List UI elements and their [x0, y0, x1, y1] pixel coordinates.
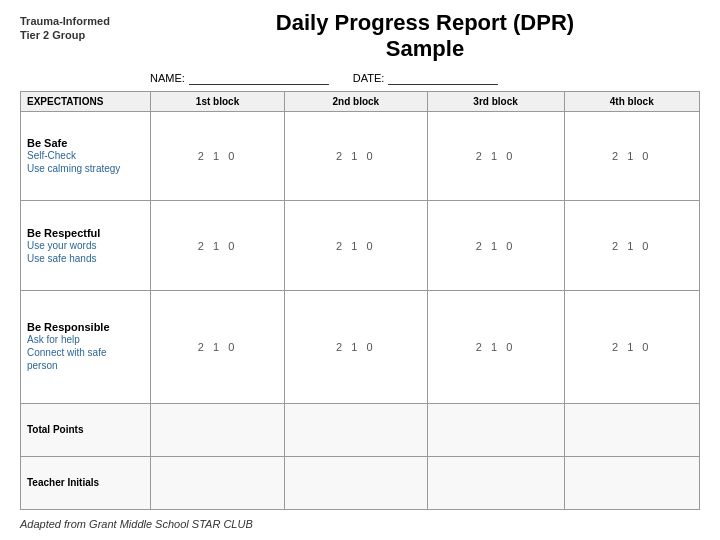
- table-row-safe: Be Safe Self-CheckUse calming strategy 2…: [21, 111, 700, 201]
- score-respectful-3: 2 1 0: [427, 201, 564, 291]
- initials-1: [151, 456, 285, 509]
- initials-2: [285, 456, 428, 509]
- name-segment: NAME:: [150, 71, 329, 85]
- initials-3: [427, 456, 564, 509]
- tier-group-label2: Tier 2 Group: [20, 29, 85, 41]
- footer-text: Adapted from Grant Middle School STAR CL…: [20, 518, 253, 530]
- date-segment: DATE:: [353, 71, 499, 85]
- header-left: Trauma-Informed Tier 2 Group: [20, 10, 150, 43]
- col-header-1st: 1st block: [151, 91, 285, 111]
- score-safe-1: 2 1 0: [151, 111, 285, 201]
- score-respectful-2: 2 1 0: [285, 201, 428, 291]
- total-4: [564, 403, 699, 456]
- col-header-3rd: 3rd block: [427, 91, 564, 111]
- score-respectful-4: 2 1 0: [564, 201, 699, 291]
- score-safe-2: 2 1 0: [285, 111, 428, 201]
- initials-4: [564, 456, 699, 509]
- name-field[interactable]: [189, 71, 329, 85]
- name-date-row: NAME: DATE:: [20, 71, 700, 85]
- table-row-initials: Teacher Initials: [21, 456, 700, 509]
- col-header-expectations: EXPECTATIONS: [21, 91, 151, 111]
- page: Trauma-Informed Tier 2 Group Daily Progr…: [0, 0, 720, 540]
- dpr-table: EXPECTATIONS 1st block 2nd block 3rd blo…: [20, 91, 700, 510]
- total-label: Total Points: [21, 403, 151, 456]
- score-responsible-1: 2 1 0: [151, 290, 285, 403]
- footer: Adapted from Grant Middle School STAR CL…: [20, 518, 700, 530]
- expectations-respectful: Be Respectful Use your wordsUse safe han…: [21, 201, 151, 291]
- total-2: [285, 403, 428, 456]
- total-3: [427, 403, 564, 456]
- table-row-responsible: Be Responsible Ask for helpConnect with …: [21, 290, 700, 403]
- col-header-2nd: 2nd block: [285, 91, 428, 111]
- score-safe-4: 2 1 0: [564, 111, 699, 201]
- score-responsible-3: 2 1 0: [427, 290, 564, 403]
- name-label: NAME:: [150, 72, 185, 84]
- score-safe-3: 2 1 0: [427, 111, 564, 201]
- score-responsible-4: 2 1 0: [564, 290, 699, 403]
- expectations-safe: Be Safe Self-CheckUse calming strategy: [21, 111, 151, 201]
- table-row-respectful: Be Respectful Use your wordsUse safe han…: [21, 201, 700, 291]
- date-field[interactable]: [388, 71, 498, 85]
- page-title: Daily Progress Report (DPR) Sample: [150, 10, 700, 63]
- score-responsible-2: 2 1 0: [285, 290, 428, 403]
- date-label: DATE:: [353, 72, 385, 84]
- expectations-responsible: Be Responsible Ask for helpConnect with …: [21, 290, 151, 403]
- initials-label: Teacher Initials: [21, 456, 151, 509]
- score-respectful-1: 2 1 0: [151, 201, 285, 291]
- total-1: [151, 403, 285, 456]
- table-row-total: Total Points: [21, 403, 700, 456]
- header: Trauma-Informed Tier 2 Group Daily Progr…: [20, 10, 700, 63]
- col-header-4th: 4th block: [564, 91, 699, 111]
- tier-group-label: Trauma-Informed: [20, 15, 110, 27]
- table-header-row: EXPECTATIONS 1st block 2nd block 3rd blo…: [21, 91, 700, 111]
